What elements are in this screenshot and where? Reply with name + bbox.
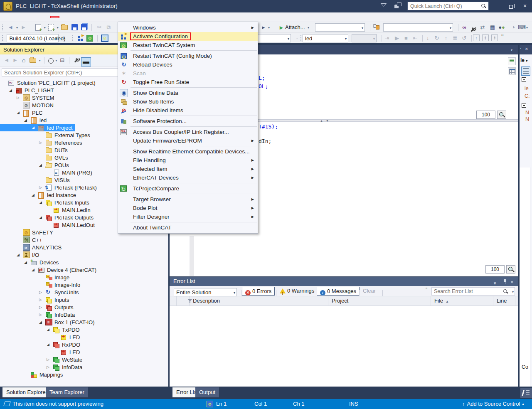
vs-purple-icon[interactable]: ∞: [461, 24, 468, 31]
step-over-icon[interactable]: ↻: [433, 34, 441, 42]
tree-item[interactable]: PlcTask Outputs: [0, 214, 96, 221]
tree-item[interactable]: Mappings: [0, 371, 66, 378]
plc-port-combo[interactable]: ▾: [352, 34, 377, 42]
collapse-all-icon[interactable]: ⊟: [59, 57, 66, 64]
tree-item[interactable]: I/O: [0, 251, 42, 259]
twincat-runtime-icon[interactable]: ⚙: [207, 401, 213, 407]
step-out-icon[interactable]: ↑: [442, 34, 450, 42]
menu-bar-item[interactable]: [109, 16, 117, 18]
error-list-title[interactable]: Error List ▾ ×: [170, 277, 518, 286]
menu-bar-item[interactable]: [26, 16, 34, 18]
plc-start-icon[interactable]: ▶: [393, 34, 401, 42]
back-icon[interactable]: ◄: [3, 57, 10, 64]
expander-icon[interactable]: [32, 126, 38, 130]
chevron-down-icon[interactable]: ▾: [308, 26, 309, 30]
expander-icon[interactable]: [39, 320, 45, 324]
messages-filter-button[interactable]: i0 Messages: [317, 287, 360, 296]
close-button[interactable]: ×: [518, 0, 532, 12]
tree-item[interactable]: C++: [0, 236, 45, 244]
toolbar-grip[interactable]: [2, 35, 4, 42]
expander-icon[interactable]: [39, 200, 45, 204]
chevron-down-icon[interactable]: ▾: [511, 48, 512, 52]
find-combo[interactable]: ▾: [383, 23, 453, 32]
restore-button[interactable]: [504, 0, 518, 12]
tab-solution-explorer[interactable]: Solution Explorer: [2, 387, 51, 397]
tree-item[interactable]: led Project: [0, 124, 75, 131]
toolbar-overflow-icon[interactable]: ": [426, 287, 427, 293]
menu-item[interactable]: ⚙ Restart TwinCAT System: [118, 41, 258, 49]
tree-item[interactable]: External Types: [0, 131, 93, 139]
expander-icon[interactable]: [39, 163, 45, 167]
wrench-icon[interactable]: [470, 26, 476, 33]
tab-team-explorer[interactable]: Team Explorer: [46, 387, 88, 397]
menu-item[interactable]: About TwinCAT: [118, 223, 258, 232]
notifications-filter-icon[interactable]: [380, 3, 387, 9]
clear-button[interactable]: Clear: [360, 287, 379, 296]
chevron-down-icon[interactable]: ▾: [268, 26, 270, 30]
tree-item[interactable]: LED: [0, 348, 83, 356]
column-filter[interactable]: [177, 296, 190, 306]
plc-stop-icon[interactable]: ■: [402, 34, 410, 42]
tree-item[interactable]: PlcTask (PlcTask): [0, 184, 100, 191]
sync-with-active-document-icon[interactable]: [30, 58, 36, 63]
editor-zoom-level[interactable]: 100: [485, 265, 505, 273]
column-selector[interactable]: [170, 296, 177, 306]
restart-icon[interactable]: ↺: [461, 34, 468, 42]
tree-item[interactable]: SAFETY: [0, 229, 56, 236]
menu-item[interactable]: Windows ▶: [118, 23, 258, 32]
categorize-icon[interactable]: [521, 67, 530, 76]
chevron-down-icon[interactable]: ▾: [57, 26, 59, 30]
menu-bar-item[interactable]: [101, 16, 109, 18]
tree-item[interactable]: SYSTEM: [0, 94, 57, 101]
warnings-filter-button[interactable]: 0 Warnings: [277, 287, 317, 296]
preview-selected-items-toggle[interactable]: ▬: [81, 58, 91, 66]
menu-item[interactable]: Software Protection...: [118, 117, 258, 126]
debug-target-combo[interactable]: ▾: [315, 23, 365, 32]
build-config-combo[interactable]: Build 4024.10 (Loaded)▾: [7, 34, 59, 42]
open-file-icon[interactable]: [61, 25, 68, 30]
expander-icon[interactable]: [24, 118, 30, 122]
plc-login-icon[interactable]: ⇥: [383, 34, 391, 42]
cut-icon[interactable]: ✂: [96, 24, 103, 31]
tree-item[interactable]: TxPDO: [0, 326, 83, 333]
error-list-search[interactable]: ▾: [431, 287, 515, 296]
editor-zoom-level[interactable]: 100: [476, 111, 495, 119]
toolbar-overflow-icon[interactable]: ▸: [260, 24, 267, 31]
tree-item[interactable]: Device 4 (EtherCAT): [0, 266, 99, 273]
tree-item[interactable]: DUTs: [0, 146, 71, 154]
menu-item[interactable]: Show Realtime Ethernet Compatible Device…: [118, 147, 258, 156]
toolbar-grip[interactable]: [71, 35, 74, 42]
collapse-group-icon[interactable]: [522, 77, 526, 82]
tree-item[interactable]: Outputs: [0, 303, 76, 311]
expander-icon[interactable]: [47, 342, 53, 347]
menu-item[interactable]: Activate Configuration: [118, 32, 258, 41]
tree-item[interactable]: Image-Info: [0, 281, 83, 288]
tree-item[interactable]: Solution 'PLC_LIGHT' (1 project): [0, 79, 99, 86]
toolbar-grip[interactable]: [300, 35, 302, 42]
find-icon[interactable]: [372, 24, 380, 31]
menu-bar-item[interactable]: [84, 16, 92, 18]
menu-item[interactable]: ⚙ Restart TwinCAT (Config Mode): [118, 52, 258, 60]
tree-item[interactable]: MAIN (PRG): [0, 169, 95, 176]
expander-icon[interactable]: [39, 313, 45, 317]
quick-launch-input[interactable]: [410, 2, 477, 10]
navigate-back-icon[interactable]: ◄: [7, 24, 14, 31]
chevron-down-icon[interactable]: ▾: [55, 59, 57, 62]
tree-item[interactable]: VISUs: [0, 176, 73, 184]
zoom-magnifier-icon[interactable]: [497, 111, 506, 119]
menu-item[interactable]: ✶ Scan: [118, 69, 258, 78]
chevron-down-icon[interactable]: ▾: [16, 26, 18, 30]
rebuild-icon[interactable]: ↟: [491, 34, 498, 41]
zoom-magnifier-icon[interactable]: [506, 265, 515, 273]
menu-item[interactable]: ↻ TcProjectCompare: [118, 184, 258, 193]
menu-item[interactable]: Update Firmware/EEPROM ▶: [118, 136, 258, 145]
editor-view-toggle-icon[interactable]: [508, 57, 516, 65]
expander-icon[interactable]: [32, 193, 38, 197]
tree-item[interactable]: MOTION: [0, 101, 57, 109]
menu-bar-item[interactable]: [51, 16, 59, 18]
tree-item[interactable]: LED: [0, 333, 83, 341]
tree-item[interactable]: PlcTask Inputs: [0, 199, 92, 206]
feedback-icon[interactable]: [394, 2, 401, 9]
tree-item[interactable]: MAIN.LedIn: [0, 206, 94, 214]
menu-bar-item[interactable]: [34, 16, 42, 18]
